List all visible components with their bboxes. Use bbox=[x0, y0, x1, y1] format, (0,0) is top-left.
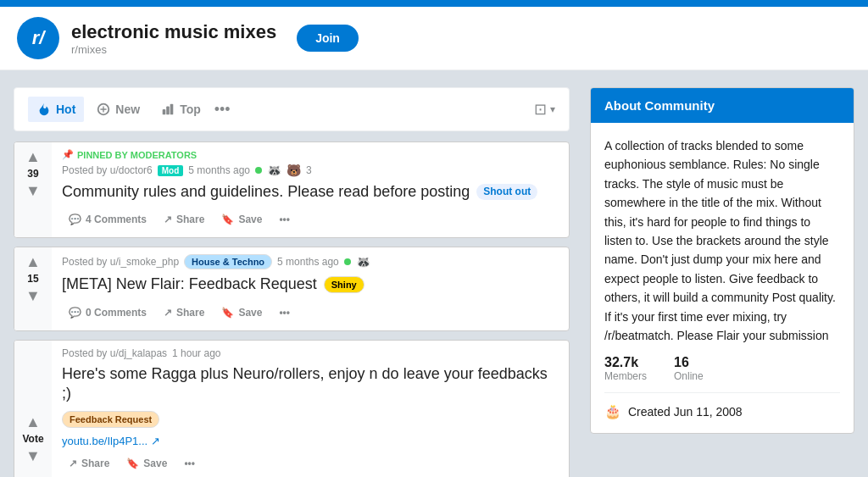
created-row: 🎂 Created Jun 11, 2008 bbox=[604, 392, 840, 419]
post-meta-1: Posted by u/doctor6 Mod 5 months ago 🦝 🐻… bbox=[62, 164, 559, 177]
about-community-card: About Community A collection of tracks b… bbox=[590, 87, 854, 434]
bookmark-icon-3: 🔖 bbox=[126, 458, 139, 469]
downvote-button-1[interactable]: ▼ bbox=[25, 183, 41, 198]
share-button-1[interactable]: ↗ Share bbox=[157, 208, 211, 230]
join-button[interactable]: Join bbox=[297, 25, 359, 52]
upvote-button-3[interactable]: ▲ bbox=[25, 414, 41, 430]
post-time-3: 1 hour ago bbox=[172, 347, 220, 359]
main-layout: Hot New Top ••• ⊡ ▾ ▲ 39 ▼ bbox=[0, 70, 868, 477]
post-title-2: [META] New Flair: Feedback Request Shiny bbox=[62, 275, 559, 294]
post-actions-1: 💬 4 Comments ↗ Share 🔖 Save ••• bbox=[62, 208, 559, 230]
share-icon-1: ↗ bbox=[164, 214, 172, 225]
share-button-2[interactable]: ↗ Share bbox=[157, 302, 211, 324]
svg-rect-3 bbox=[170, 104, 174, 115]
post-time-1: 5 months ago bbox=[188, 164, 250, 176]
sort-more-button[interactable]: ••• bbox=[214, 101, 231, 119]
pre-flair-2[interactable]: House & Techno bbox=[184, 254, 272, 269]
post-body-3: Posted by u/dj_kalapas 1 hour ago Here's… bbox=[52, 341, 569, 477]
view-icon: ⊡ bbox=[534, 100, 547, 119]
award-icon-3: 🦝 bbox=[356, 255, 370, 269]
community-description: A collection of tracks blended to some e… bbox=[604, 136, 840, 345]
sidebar: About Community A collection of tracks b… bbox=[590, 87, 854, 477]
sparkle-icon bbox=[96, 102, 111, 117]
post-time-2: 5 months ago bbox=[277, 256, 339, 268]
post-body-1: 📌 PINNED BY MODERATORS Posted by u/docto… bbox=[52, 142, 569, 237]
downvote-button-3[interactable]: ▼ bbox=[25, 448, 41, 463]
downvote-button-2[interactable]: ▼ bbox=[25, 288, 41, 303]
cake-icon: 🎂 bbox=[604, 403, 621, 419]
community-stats: 32.7k Members 16 Online bbox=[604, 355, 840, 382]
sort-top-label: Top bbox=[180, 103, 201, 116]
svg-rect-1 bbox=[163, 109, 166, 114]
about-community-header: About Community bbox=[591, 88, 854, 123]
share-icon-3: ↗ bbox=[69, 458, 77, 469]
comment-icon-2: 💬 bbox=[69, 307, 81, 319]
created-label: Created Jun 11, 2008 bbox=[628, 405, 743, 419]
post-flair-2[interactable]: Shiny bbox=[324, 276, 364, 293]
post-card-3: ▲ Vote ▼ Posted by u/dj_kalapas 1 hour a… bbox=[14, 340, 570, 477]
comments-button-2[interactable]: 💬 0 Comments bbox=[62, 302, 153, 324]
save-button-2[interactable]: 🔖 Save bbox=[214, 302, 269, 324]
vote-column-3: ▲ Vote ▼ bbox=[14, 341, 52, 477]
pinned-label-1: 📌 PINNED BY MODERATORS bbox=[62, 149, 559, 160]
post-card-1: ▲ 39 ▼ 📌 PINNED BY MODERATORS Posted by … bbox=[14, 141, 570, 238]
sort-new-label: New bbox=[115, 103, 140, 116]
pin-icon: 📌 bbox=[62, 149, 74, 160]
post-title-1: Community rules and guidelines. Please r… bbox=[62, 182, 559, 202]
post-author-1: Posted by u/doctor6 bbox=[62, 164, 153, 176]
post-title-3: Here's some Ragga plus Neuro/rollers, en… bbox=[62, 364, 559, 428]
share-button-3[interactable]: ↗ Share bbox=[62, 452, 116, 474]
members-count: 32.7k bbox=[604, 355, 647, 370]
post-meta-3: Posted by u/dj_kalapas 1 hour ago bbox=[62, 347, 559, 359]
post-flair-1[interactable]: Shout out bbox=[476, 184, 537, 201]
post-link-3[interactable]: youtu.be/Ilp4P1... ↗ bbox=[62, 435, 559, 447]
sort-bar: Hot New Top ••• ⊡ ▾ bbox=[14, 87, 570, 131]
logo-text: r/ bbox=[32, 27, 45, 49]
award-icon-2: 🐻 bbox=[287, 164, 301, 177]
vote-count-1: 39 bbox=[27, 168, 38, 180]
upvote-button-1[interactable]: ▲ bbox=[25, 149, 41, 164]
external-link-icon: ↗ bbox=[151, 435, 160, 447]
sort-top-button[interactable]: Top bbox=[152, 97, 209, 122]
online-dot-2 bbox=[344, 258, 351, 265]
subreddit-logo[interactable]: r/ bbox=[17, 17, 59, 59]
post-author-2: Posted by u/i_smoke_php bbox=[62, 256, 179, 268]
subreddit-title: electronic music mixes bbox=[71, 21, 276, 43]
comments-button-1[interactable]: 💬 4 Comments bbox=[62, 208, 153, 230]
header: r/ electronic music mixes r/mixes Join bbox=[0, 7, 868, 70]
upvote-button-2[interactable]: ▲ bbox=[25, 254, 41, 269]
bookmark-icon-2: 🔖 bbox=[221, 307, 234, 319]
vote-label-3: Vote bbox=[22, 433, 43, 445]
more-button-2[interactable]: ••• bbox=[272, 302, 297, 324]
flame-icon bbox=[36, 102, 52, 117]
award-icon-1: 🦝 bbox=[267, 164, 281, 177]
members-label: Members bbox=[604, 370, 647, 382]
header-text: electronic music mixes r/mixes bbox=[71, 21, 276, 56]
feed-column: Hot New Top ••• ⊡ ▾ ▲ 39 ▼ bbox=[14, 87, 570, 477]
online-dot-1 bbox=[255, 167, 262, 174]
vote-count-2: 15 bbox=[27, 273, 38, 285]
members-stat: 32.7k Members bbox=[604, 355, 647, 382]
svg-rect-2 bbox=[166, 106, 170, 114]
bookmark-icon-1: 🔖 bbox=[221, 214, 234, 225]
sort-hot-button[interactable]: Hot bbox=[28, 97, 84, 122]
top-bar bbox=[0, 0, 868, 7]
save-button-3[interactable]: 🔖 Save bbox=[120, 452, 174, 474]
save-button-1[interactable]: 🔖 Save bbox=[214, 208, 269, 230]
sort-new-button[interactable]: New bbox=[87, 97, 148, 122]
online-label: Online bbox=[674, 370, 704, 382]
more-button-3[interactable]: ••• bbox=[177, 452, 202, 474]
post-actions-3: ↗ Share 🔖 Save ••• bbox=[62, 452, 559, 474]
sort-hot-label: Hot bbox=[56, 103, 75, 116]
award-count-1: 3 bbox=[306, 164, 312, 176]
bar-chart-icon bbox=[160, 102, 175, 117]
sort-view[interactable]: ⊡ ▾ bbox=[534, 100, 555, 119]
post-author-3: Posted by u/dj_kalapas bbox=[62, 347, 167, 359]
sub-handle: r/mixes bbox=[71, 43, 276, 56]
more-button-1[interactable]: ••• bbox=[272, 208, 297, 230]
post-actions-2: 💬 0 Comments ↗ Share 🔖 Save ••• bbox=[62, 302, 559, 324]
post-flair-3[interactable]: Feedback Request bbox=[62, 411, 159, 428]
post-card-2: ▲ 15 ▼ Posted by u/i_smoke_php House & T… bbox=[14, 247, 570, 330]
online-stat: 16 Online bbox=[674, 355, 704, 382]
comment-icon-1: 💬 bbox=[69, 214, 81, 225]
